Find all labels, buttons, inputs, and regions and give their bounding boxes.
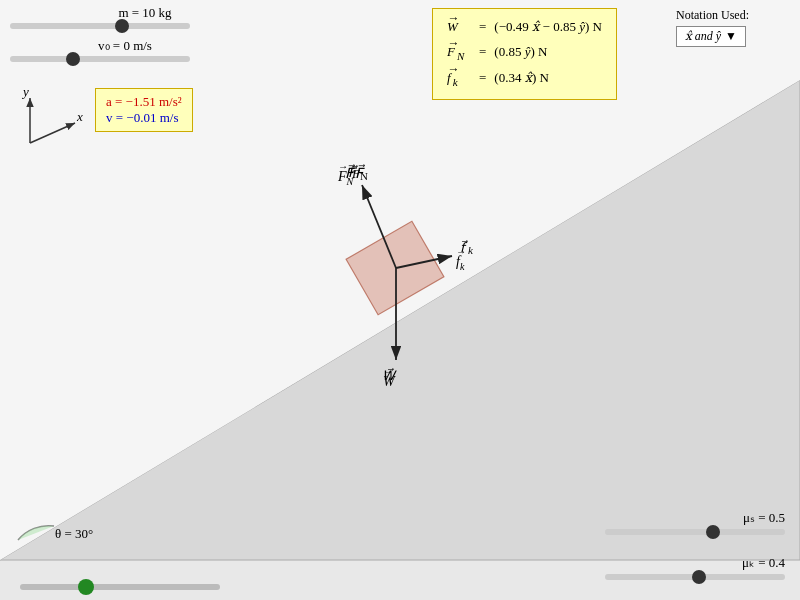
notation-label: Notation Used: <box>676 8 749 23</box>
mass-slider-track[interactable] <box>10 23 190 29</box>
fn-label: → FN <box>338 163 353 187</box>
acceleration-display: a = −1.51 m/s² <box>106 94 182 110</box>
mu-s-section: μₛ = 0.5 <box>605 510 785 535</box>
theta-section <box>20 584 220 590</box>
v0-display: v₀ = 0 m/s <box>60 38 190 54</box>
dropdown-arrow: ▼ <box>725 29 737 44</box>
notation-dropdown[interactable]: x̂ and ŷ ▼ <box>676 26 746 47</box>
svg-marker-0 <box>0 80 800 560</box>
v0-section: v₀ = 0 m/s <box>10 38 190 62</box>
fk-eq-equals: = <box>479 66 486 91</box>
v0-slider-track[interactable] <box>10 56 190 62</box>
velocity-display: v = −0.01 m/s <box>106 110 182 126</box>
mu-s-slider-thumb[interactable] <box>706 525 720 539</box>
notation-value: x̂ and ŷ <box>685 29 721 44</box>
mu-s-label: μₛ = 0.5 <box>605 510 785 526</box>
FN-eq-equals: = <box>479 40 486 65</box>
angle-label: θ = 30° <box>55 526 93 542</box>
svg-text:F⃗: F⃗ <box>355 164 365 181</box>
svg-marker-1 <box>0 0 800 560</box>
svg-text:FN: FN <box>351 166 368 182</box>
fk-eq-value: (0.34 x̂) N <box>494 66 549 91</box>
svg-rect-2 <box>346 221 444 314</box>
theta-slider-track[interactable] <box>20 584 220 590</box>
svg-text:x: x <box>76 109 83 124</box>
mu-k-section: μₖ = 0.4 <box>605 555 785 580</box>
svg-text:y: y <box>21 88 29 99</box>
svg-line-4 <box>396 256 452 268</box>
mass-slider-thumb[interactable] <box>115 19 129 33</box>
info-box: a = −1.51 m/s² v = −0.01 m/s <box>95 88 193 132</box>
mass-display: m = 10 kg <box>100 5 190 21</box>
theta-slider-thumb[interactable] <box>78 579 94 595</box>
mu-k-slider-thumb[interactable] <box>692 570 706 584</box>
svg-text:k: k <box>468 244 474 256</box>
W-eq-equals: = <box>479 15 486 40</box>
mu-s-slider-track[interactable] <box>605 529 785 535</box>
svg-line-3 <box>362 185 396 268</box>
v0-slider-thumb[interactable] <box>66 52 80 66</box>
W-eq-value: (−0.49 x̂ − 0.85 ŷ) N <box>494 15 602 40</box>
equations-box: →W = (−0.49 x̂ − 0.85 ŷ) N →F N = (0.85 … <box>432 8 617 100</box>
svg-line-15 <box>30 123 75 143</box>
fk-label: → fk <box>456 248 464 272</box>
mu-k-slider-track[interactable] <box>605 574 785 580</box>
mass-section: m = 10 kg <box>10 5 190 29</box>
fk-eq-label: →f k <box>447 66 471 92</box>
FN-eq-value: (0.85 ŷ) N <box>494 40 547 65</box>
W-label: → W <box>383 368 395 390</box>
mu-k-label: μₖ = 0.4 <box>605 555 785 571</box>
notation-section: Notation Used: x̂ and ŷ ▼ <box>676 8 749 47</box>
